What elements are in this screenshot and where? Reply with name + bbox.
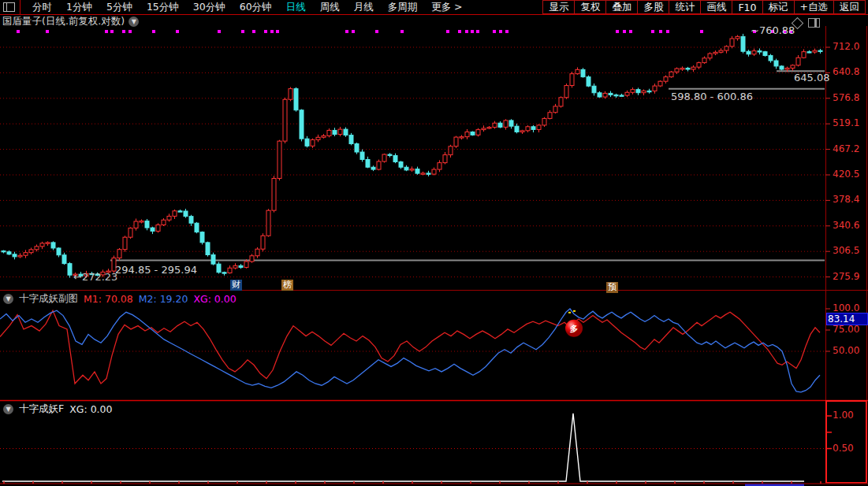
indicator2-xg-value: XG: 0.00 xyxy=(69,403,112,415)
price-axis-label: 467.2 xyxy=(833,143,859,154)
toolbar-button-显示[interactable]: 显示 xyxy=(542,0,575,14)
chevron-down-icon[interactable]: ▼ xyxy=(129,17,139,27)
toolbar-button-叠加[interactable]: 叠加 xyxy=(605,0,638,14)
titlebar: 国盾量子(日线.前复权.对数) ▼ xyxy=(2,15,139,28)
menubar: 分时1分钟5分钟15分钟30分钟60分钟日线周线月线多周期更多 > 显示复权叠加… xyxy=(0,0,868,15)
price-axis-label: 420.5 xyxy=(833,169,859,180)
price-axis-label: 640.8 xyxy=(833,66,859,77)
menu-item-周线[interactable]: 周线 xyxy=(313,0,347,15)
news-badge-财[interactable]: 财 xyxy=(230,280,242,291)
menu-item-月线[interactable]: 月线 xyxy=(347,0,381,15)
menu-item-更多 >[interactable]: 更多 > xyxy=(424,0,469,15)
menu-item-日线[interactable]: 日线 xyxy=(279,0,313,15)
toolbar-button-复权[interactable]: 复权 xyxy=(574,0,606,14)
low-price-annotation: ←272.23 xyxy=(73,271,117,283)
layout-toggle-icon[interactable] xyxy=(3,2,15,12)
menu-item-1分钟[interactable]: 1分钟 xyxy=(59,0,99,15)
menu-item-5分钟[interactable]: 5分钟 xyxy=(99,0,140,15)
price-axis-label: 0.50 xyxy=(833,443,854,454)
price-axis-label: 378.4 xyxy=(833,194,859,205)
gap-high-annotation: 598.80 - 600.86 xyxy=(671,91,753,102)
indicator1-current-value-badge: 83.14 xyxy=(826,313,868,325)
toolbar-button-返回[interactable]: 返回 xyxy=(833,0,866,14)
stock-title: 国盾量子(日线.前复权.对数) xyxy=(2,15,125,28)
trading-app-window: 多 分时1分钟5分钟15分钟30分钟60分钟日线周线月线多周期更多 > 显示复权… xyxy=(0,0,868,486)
menu-item-15分钟[interactable]: 15分钟 xyxy=(140,0,186,15)
menu-divider xyxy=(20,0,20,14)
toolbar-button-画线[interactable]: 画线 xyxy=(700,0,732,14)
chart-graphics: 多 xyxy=(0,0,868,486)
chart-corner-icons xyxy=(793,18,820,28)
price-axis-label: 519.1 xyxy=(833,117,859,128)
indicator2-name[interactable]: 十字成妖F xyxy=(19,403,64,416)
price-axis-label: 100.0 xyxy=(833,302,859,313)
collapse-icon[interactable]: ▼ xyxy=(3,404,13,414)
indicator1-header: ▼ 十字成妖副图 M1: 70.08 M2: 19.20 XG: 0.00 xyxy=(3,292,237,306)
menu-item-多周期[interactable]: 多周期 xyxy=(381,0,425,15)
price-axis-label: 712.0 xyxy=(833,41,859,52)
price-axis-label: 75.00 xyxy=(833,324,859,335)
price-axis-label: 306.5 xyxy=(833,245,859,256)
peak-price-annotation: ~760.88 xyxy=(751,24,795,36)
menu-item-30分钟[interactable]: 30分钟 xyxy=(186,0,233,15)
indicator1-m1-value: M1: 70.08 xyxy=(84,293,133,305)
indicator1-m2-value: M2: 19.20 xyxy=(139,293,188,305)
toolbar-button-统计[interactable]: 统计 xyxy=(669,0,701,14)
period-menu: 分时1分钟5分钟15分钟30分钟60分钟日线周线月线多周期更多 > xyxy=(25,0,470,15)
toolbar-button-F10[interactable]: F10 xyxy=(732,0,762,14)
price-axis-label: 50.00 xyxy=(833,345,859,356)
price-axis-label: 576.8 xyxy=(833,92,859,103)
price-axis-label: 340.6 xyxy=(833,220,859,231)
diamond-icon[interactable] xyxy=(792,17,804,29)
buy-signal-ball: 多 xyxy=(570,324,579,333)
price-axis-label: 275.9 xyxy=(833,271,859,282)
news-badge-榜[interactable]: 榜 xyxy=(281,280,293,291)
indicator2-header: ▼ 十字成妖F XG: 0.00 xyxy=(3,403,112,416)
toolbar-button-多股[interactable]: 多股 xyxy=(637,0,669,14)
toolbar-button-标记[interactable]: 标记 xyxy=(762,0,795,14)
price-axis-label: 1.00 xyxy=(833,410,854,421)
indicator1-xg-value: XG: 0.00 xyxy=(193,293,236,305)
menu-item-60分钟[interactable]: 60分钟 xyxy=(233,0,279,15)
news-badge-预[interactable]: 预 xyxy=(606,282,618,293)
support-price-annotation: 645.08 xyxy=(794,72,830,83)
gap-low-annotation: 294.85 - 295.94 xyxy=(115,264,197,276)
indicator1-name[interactable]: 十字成妖副图 xyxy=(19,292,78,306)
toolbar-buttons: 显示复权叠加多股统计画线F10标记+自选返回 xyxy=(543,0,866,14)
toolbar-button-+自选[interactable]: +自选 xyxy=(794,0,834,14)
menu-item-分时[interactable]: 分时 xyxy=(25,0,59,15)
split-pane-icon[interactable] xyxy=(808,18,820,28)
collapse-icon[interactable]: ▼ xyxy=(3,294,13,304)
